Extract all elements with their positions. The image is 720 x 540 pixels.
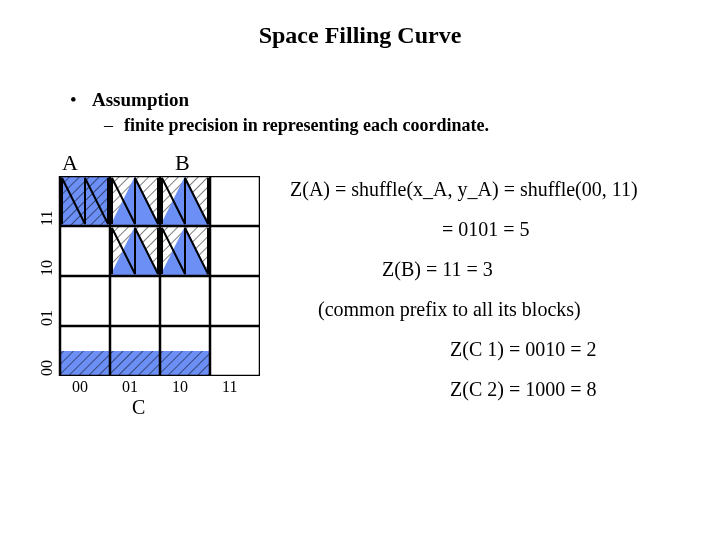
dash-icon: – (104, 115, 124, 136)
x-tick-00: 00 (72, 378, 88, 396)
sub-line: –finite precision in representing each c… (104, 115, 720, 136)
equations: Z(A) = shuffle(x_A, y_A) = shuffle(00, 1… (290, 176, 638, 416)
eq-line-2: = 0101 = 5 (442, 216, 638, 242)
page-title: Space Filling Curve (0, 22, 720, 49)
bullet-text: Assumption (92, 89, 189, 110)
eq-line-6: Z(C 2) = 1000 = 8 (450, 376, 638, 402)
y-tick-10: 10 (38, 260, 56, 276)
label-C: C (132, 396, 145, 419)
grid-svg (40, 176, 260, 376)
x-tick-11: 11 (222, 378, 237, 396)
bullet-area: •Assumption –finite precision in represe… (70, 89, 720, 136)
content: A B (0, 146, 720, 466)
y-tick-01: 01 (38, 310, 56, 326)
y-tick-00: 00 (38, 360, 56, 376)
sub-text: finite precision in representing each co… (124, 115, 489, 135)
bullet-icon: • (70, 89, 92, 111)
eq-line-3: Z(B) = 11 = 3 (382, 256, 638, 282)
x-tick-10: 10 (172, 378, 188, 396)
eq-line-1: Z(A) = shuffle(x_A, y_A) = shuffle(00, 1… (290, 176, 638, 202)
y-tick-11: 11 (38, 211, 56, 226)
bullet-line: •Assumption (70, 89, 720, 111)
label-A: A (62, 150, 78, 176)
eq-line-5: Z(C 1) = 0010 = 2 (450, 336, 638, 362)
x-tick-01: 01 (122, 378, 138, 396)
label-B: B (175, 150, 190, 176)
grid-diagram (40, 176, 260, 376)
eq-line-4: (common prefix to all its blocks) (318, 296, 638, 322)
svg-rect-11 (60, 351, 210, 376)
